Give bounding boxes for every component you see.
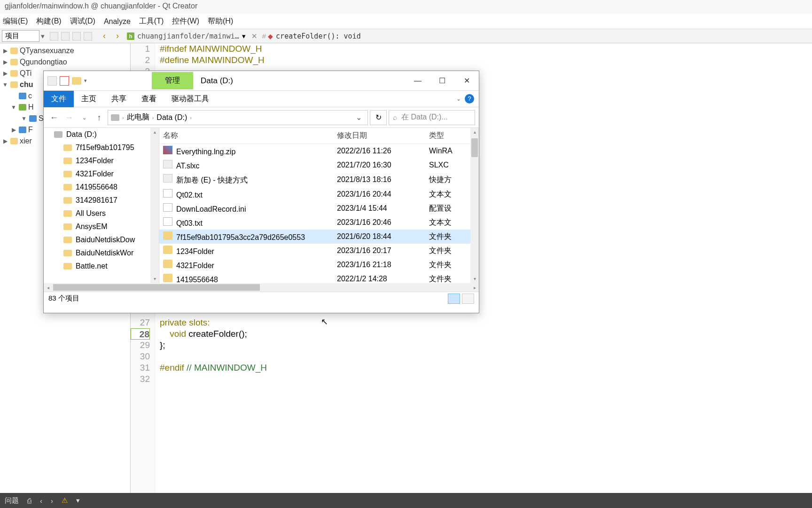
scroll-up-icon[interactable]: ▴ [470,128,479,136]
scroll-down-icon[interactable]: ▾ [150,275,159,283]
menu-item[interactable]: 工具(T) [139,16,164,26]
breadcrumb-sep[interactable]: › [152,115,154,120]
code-line[interactable] [160,373,812,385]
icons-view-button[interactable] [462,294,474,304]
nav-pane[interactable]: Data (D:)7f15ef9ab1017951234Folder4321Fo… [44,128,159,283]
breadcrumb-sep[interactable]: › [190,115,192,120]
nav-back-icon[interactable]: ‹ [99,31,110,42]
tree-item[interactable]: ▶Qgundongtiao [0,56,130,68]
details-view-button[interactable] [448,294,460,304]
menu-item[interactable]: Analyze [104,17,131,26]
minimize-button[interactable]: — [406,71,430,91]
expand-icon[interactable]: ▼ [2,81,8,88]
nav-fwd-icon[interactable]: › [112,31,123,42]
ribbon-collapse-icon[interactable]: ⌄ [456,95,461,102]
tree-item[interactable]: ▶QTyansexuanze [0,45,130,56]
scroll-left-icon[interactable]: ◂ [44,285,52,290]
breadcrumb-sep[interactable]: › [122,115,124,120]
col-date[interactable]: 修改日期 [337,131,429,141]
code-line[interactable]: }; [160,340,812,351]
col-name[interactable]: 名称 [163,131,337,141]
nav-tree-item[interactable]: BaiduNetdiskWor [44,246,159,260]
menu-item[interactable]: 构建(B) [36,16,61,26]
expand-icon[interactable]: ▶ [2,70,8,77]
expand-icon[interactable]: ▼ [10,104,17,111]
breadcrumb-pc[interactable]: 此电脑 [127,112,149,122]
bottom-icon-1[interactable]: ⎙ [27,497,31,505]
file-row[interactable]: 1234Folder2023/1/16 20:17文件夹 [159,244,479,258]
nav-tree-item[interactable]: 4321Folder [44,167,159,181]
ribbon-tab[interactable]: 共享 [104,91,134,107]
code-line[interactable]: #ifndef MAINWINDOW_H [160,43,812,55]
expand-icon[interactable]: ▶ [2,59,8,65]
address-bar[interactable]: › 此电脑 › Data (D:) › ⌄ [108,110,368,125]
file-row[interactable]: AT.slxc2021/7/20 16:30SLXC [159,158,479,172]
expand-icon[interactable]: ▶ [10,127,17,133]
nav-tree-item[interactable]: 3142981617 [44,194,159,207]
file-row[interactable]: 4321Folder2023/1/16 21:18文件夹 [159,258,479,272]
ribbon-tab[interactable]: 主页 [74,91,104,107]
split-icon[interactable] [72,32,81,40]
menu-item[interactable]: 编辑(E) [3,16,28,26]
expand-icon[interactable]: ▼ [21,115,27,122]
file-row[interactable]: 14195566482022/1/2 14:28文件夹 [159,272,479,283]
code-line[interactable]: #define MAINWINDOW_H [160,55,812,66]
drive-icon[interactable] [47,76,57,86]
file-list[interactable]: ▴ ▾ 名称 修改日期 类型 Everything.lng.zip2022/2/… [159,128,479,283]
nav-tree-item[interactable]: Battle.net [44,260,159,273]
manage-tab[interactable]: 管理 [152,72,193,89]
menu-item[interactable]: 控件(W) [172,16,199,26]
scroll-thumb[interactable] [471,138,478,157]
bottom-nav-fwd[interactable]: › [51,497,53,505]
code-line[interactable]: void createFolder(); [160,328,812,340]
code-line[interactable]: #endif // MAINWINDOW_H [160,362,812,373]
file-path[interactable]: chuangjianfolder/mainwi… [137,32,239,40]
close-pane-icon[interactable] [84,32,92,40]
refresh-button[interactable]: ↻ [370,110,387,125]
address-dropdown-icon[interactable]: ⌄ [353,113,365,122]
code-line[interactable] [160,351,812,362]
breadcrumb-drive[interactable]: Data (D:) [156,113,187,122]
file-row[interactable]: DownLoadRecord.ini2023/1/4 15:44配置设 [159,201,479,215]
qat-dropdown-icon[interactable]: ▾ [84,78,87,84]
scroll-right-icon[interactable]: ▸ [470,285,479,290]
col-type[interactable]: 类型 [429,131,475,141]
files-scrollbar[interactable]: ▴ ▾ [470,128,479,283]
forward-button[interactable]: → [62,111,76,124]
nav-tree-item[interactable]: 1234Folder [44,154,159,167]
back-button[interactable]: ← [47,111,61,124]
close-button[interactable]: ✕ [454,71,479,91]
project-dropdown-icon[interactable]: ▾ [39,32,46,40]
nav-tree-item[interactable]: All Users [44,207,159,220]
help-icon[interactable]: ? [465,94,474,103]
scroll-down-icon[interactable]: ▾ [470,275,479,283]
menu-item[interactable]: 帮助(H) [208,16,233,26]
menu-item[interactable]: 调试(D) [70,16,95,26]
nav-tree-item[interactable]: BaiduNetdiskDow [44,233,159,246]
ribbon-tab[interactable]: 查看 [134,91,164,107]
file-row[interactable]: Qt03.txt2023/1/16 20:46文本文 [159,215,479,230]
link-icon[interactable] [61,32,70,40]
nav-tree-item[interactable]: AnsysEM [44,220,159,233]
bottom-nav-back[interactable]: ‹ [40,497,42,505]
file-row[interactable]: 7f15ef9ab101795a3cc2a79d265e05532021/6/2… [159,230,479,244]
function-indicator[interactable]: ◆ createFolder(): void [268,32,361,40]
filter-icon[interactable] [50,32,58,40]
file-row[interactable]: 新加卷 (E) - 快捷方式2021/8/13 18:16快捷方 [159,172,479,187]
nav-tree-item[interactable]: 1419556648 [44,181,159,194]
up-button[interactable]: ↑ [93,111,106,124]
ribbon-tab[interactable]: 驱动器工具 [164,91,217,107]
file-dropdown-icon[interactable]: ▾ [242,32,246,40]
project-selector[interactable]: 项目 [2,30,39,42]
problems-tab[interactable]: 问题 [5,496,19,505]
expand-icon[interactable]: ▶ [2,48,8,54]
file-row[interactable]: Qt02.txt2023/1/16 20:44文本文 [159,187,479,201]
column-headers[interactable]: 名称 修改日期 类型 [159,128,479,144]
warning-icon[interactable]: ⚠ [62,496,68,505]
recent-dropdown-icon[interactable]: ⌄ [78,111,91,124]
folder-icon[interactable] [72,77,81,85]
explorer-titlebar[interactable]: ▾ 管理 Data (D:) — ☐ ✕ [44,71,479,91]
close-file-icon[interactable]: ✕ [251,32,258,40]
search-box[interactable]: ⌕ 在 Data (D:)... [389,110,475,125]
code-line[interactable]: private slots: [160,317,812,328]
